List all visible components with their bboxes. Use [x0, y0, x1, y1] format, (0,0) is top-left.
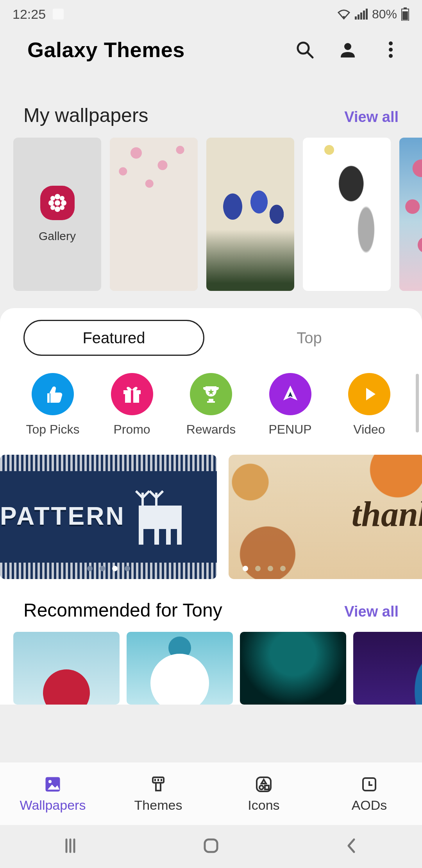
- svg-rect-33: [154, 529, 159, 545]
- tab-label: Wallpapers: [20, 798, 86, 813]
- home-button[interactable]: [201, 836, 221, 857]
- tab-label: Themes: [134, 798, 182, 813]
- back-button[interactable]: [342, 836, 362, 857]
- svg-point-23: [60, 205, 64, 210]
- tab-themes[interactable]: Themes: [106, 762, 211, 825]
- svg-point-19: [61, 200, 66, 206]
- quick-label: PENUP: [268, 422, 311, 437]
- banner-title: thanks: [352, 494, 422, 534]
- svg-point-0: [343, 16, 345, 18]
- recommended-item[interactable]: [240, 632, 346, 705]
- svg-rect-5: [366, 9, 368, 20]
- quick-promo[interactable]: Promo: [95, 373, 169, 437]
- trophy-icon: [190, 373, 232, 415]
- quick-label: Video: [353, 422, 385, 437]
- svg-point-18: [48, 200, 54, 206]
- svg-marker-40: [261, 780, 266, 784]
- banner-carousel[interactable]: PATTERN thanks: [0, 447, 422, 579]
- svg-rect-47: [205, 839, 217, 852]
- quick-penup[interactable]: PENUP: [253, 373, 327, 437]
- gallery-card[interactable]: Gallery: [13, 138, 101, 291]
- recents-button[interactable]: [60, 836, 80, 857]
- aods-icon: [360, 775, 379, 794]
- home-icon: [201, 836, 221, 856]
- wallpapers-icon: [43, 775, 62, 794]
- tab-icons[interactable]: Icons: [211, 762, 316, 825]
- icons-icon: [254, 775, 273, 794]
- wallpaper-image: [303, 138, 391, 291]
- status-time: 12:25: [13, 7, 46, 22]
- svg-rect-26: [131, 390, 133, 403]
- svg-rect-35: [177, 529, 182, 545]
- svg-point-12: [389, 41, 393, 45]
- gift-icon: [111, 373, 153, 415]
- svg-point-41: [259, 786, 263, 789]
- svg-point-21: [60, 196, 64, 201]
- tab-top[interactable]: Top: [220, 320, 399, 356]
- account-button[interactable]: [338, 40, 357, 59]
- recommended-item[interactable]: [353, 632, 422, 705]
- svg-point-37: [48, 780, 52, 783]
- battery-icon: [401, 7, 409, 21]
- gallery-label: Gallery: [39, 230, 76, 243]
- quick-label: Top Picks: [26, 422, 80, 437]
- recents-icon: [60, 836, 80, 856]
- svg-rect-32: [139, 529, 143, 545]
- wallpaper-thumb[interactable]: [303, 138, 391, 291]
- tab-aods[interactable]: AODs: [316, 762, 422, 825]
- recommended-item[interactable]: [13, 632, 120, 705]
- svg-point-22: [50, 205, 55, 210]
- penup-icon: [269, 373, 311, 415]
- app-bar: Galaxy Themes: [0, 28, 422, 71]
- recommended-row[interactable]: [0, 632, 422, 705]
- svg-rect-4: [363, 11, 365, 20]
- wallpaper-thumb[interactable]: [399, 138, 422, 291]
- svg-point-13: [389, 48, 393, 52]
- back-icon: [342, 836, 362, 856]
- my-wallpapers-title: My wallpapers: [23, 104, 148, 127]
- tab-wallpapers[interactable]: Wallpapers: [0, 762, 106, 825]
- search-icon: [295, 40, 314, 59]
- status-bar: 12:25 80%: [0, 0, 422, 28]
- status-right: 80%: [337, 7, 409, 22]
- svg-rect-34: [166, 529, 171, 545]
- more-button[interactable]: [381, 40, 400, 59]
- play-icon: [348, 373, 390, 415]
- themes-icon: [149, 775, 168, 794]
- my-wallpapers-row[interactable]: Gallery: [0, 138, 422, 291]
- banner-thanks[interactable]: thanks: [229, 455, 422, 579]
- thumbs-up-icon: [32, 373, 74, 415]
- banner-pattern[interactable]: PATTERN: [0, 455, 217, 579]
- svg-rect-8: [402, 11, 408, 20]
- quick-rewards[interactable]: Rewards: [174, 373, 248, 437]
- my-wallpapers-view-all[interactable]: View all: [344, 109, 399, 126]
- svg-point-11: [344, 43, 351, 50]
- wallpaper-thumb[interactable]: [110, 138, 198, 291]
- svg-rect-1: [355, 16, 357, 20]
- tab-featured[interactable]: Featured: [23, 320, 204, 356]
- battery-percentage: 80%: [372, 7, 397, 22]
- quick-top-picks[interactable]: Top Picks: [16, 373, 90, 437]
- wifi-icon: [337, 9, 351, 20]
- svg-marker-30: [366, 388, 376, 400]
- scroll-indicator: [416, 374, 419, 432]
- recommended-item[interactable]: [127, 632, 233, 705]
- app-title: Galaxy Themes: [27, 38, 185, 62]
- signal-icon: [355, 9, 368, 20]
- status-notification-icon: [53, 9, 64, 20]
- svg-point-17: [55, 206, 60, 212]
- svg-rect-42: [265, 786, 269, 789]
- quick-video[interactable]: Video: [332, 373, 406, 437]
- tab-label: AODs: [352, 798, 387, 813]
- svg-point-16: [55, 194, 60, 199]
- person-icon: [339, 41, 356, 58]
- wallpaper-image: [399, 138, 422, 291]
- banner-title: PATTERN: [0, 502, 125, 531]
- search-button[interactable]: [295, 40, 314, 59]
- wallpaper-thumb[interactable]: [206, 138, 294, 291]
- svg-point-20: [50, 196, 55, 201]
- quick-links-row[interactable]: Top Picks Promo Rewards PENUP Video: [0, 356, 422, 447]
- svg-point-14: [389, 54, 393, 58]
- deer-icon: [127, 486, 193, 552]
- recommended-view-all[interactable]: View all: [344, 603, 399, 620]
